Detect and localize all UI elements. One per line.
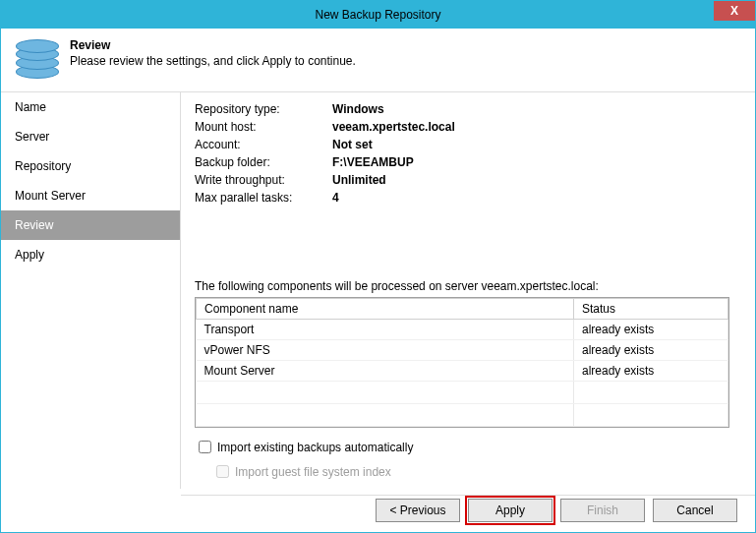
summary-value: veeam.xpertstec.local — [332, 120, 455, 134]
summary-label: Account: — [195, 138, 332, 151]
nav-item-review[interactable]: Review — [1, 210, 180, 240]
cell-status: already exists — [574, 340, 728, 361]
col-component-name[interactable]: Component name — [197, 299, 574, 320]
cell-status: already exists — [574, 361, 728, 382]
components-table: Component name Status Transportalready e… — [195, 297, 729, 428]
summary-value: Windows — [332, 102, 384, 116]
page-subtitle: Please review the settings, and click Ap… — [70, 54, 356, 68]
nav-item-apply[interactable]: Apply — [1, 240, 180, 269]
components-intro: The following components will be process… — [195, 279, 729, 293]
summary-label: Max parallel tasks: — [195, 191, 332, 205]
summary-label: Repository type: — [195, 102, 332, 116]
nav-item-name[interactable]: Name — [1, 92, 180, 122]
summary-value: Unlimited — [332, 173, 386, 187]
col-status[interactable]: Status — [574, 299, 728, 320]
apply-button[interactable]: Apply — [468, 499, 552, 522]
import-index-checkbox — [216, 465, 229, 478]
wizard-header: Review Please review the settings, and c… — [1, 29, 755, 92]
import-index-option: Import guest file system index — [212, 462, 729, 481]
cell-status: already exists — [574, 320, 728, 340]
wizard-nav: Name Server Repository Mount Server Revi… — [1, 92, 181, 489]
window-title: New Backup Repository — [315, 8, 440, 22]
repository-icon — [13, 36, 60, 84]
table-row: Mount Serveralready exists — [197, 361, 728, 382]
finish-button: Finish — [560, 499, 645, 522]
table-row — [197, 382, 728, 404]
nav-item-repository[interactable]: Repository — [1, 151, 180, 181]
summary-label: Backup folder: — [195, 155, 332, 169]
cancel-button[interactable]: Cancel — [653, 499, 737, 522]
import-backups-checkbox[interactable] — [199, 441, 211, 453]
nav-item-mount-server[interactable]: Mount Server — [1, 181, 180, 210]
nav-item-server[interactable]: Server — [1, 122, 180, 151]
table-row: Transportalready exists — [197, 320, 728, 340]
cell-name: vPower NFS — [197, 340, 574, 361]
table-row: vPower NFSalready exists — [197, 340, 728, 361]
close-icon: X — [730, 4, 738, 18]
cell-name: Transport — [197, 320, 574, 340]
main-panel: Repository type:Windows Mount host:veeam… — [181, 92, 755, 489]
summary-value: F:\VEEAMBUP — [332, 155, 414, 169]
import-backups-option[interactable]: Import existing backups automatically — [195, 438, 729, 456]
titlebar: New Backup Repository X — [1, 1, 755, 29]
previous-button[interactable]: < Previous — [376, 499, 460, 522]
summary-label: Write throughput: — [195, 173, 332, 187]
summary-value: 4 — [332, 191, 339, 205]
wizard-footer: < Previous Apply Finish Cancel — [1, 489, 755, 532]
close-button[interactable]: X — [714, 1, 755, 21]
summary-value: Not set — [332, 138, 373, 151]
page-title: Review — [70, 38, 356, 52]
import-index-label: Import guest file system index — [235, 465, 391, 479]
table-row — [197, 404, 728, 427]
cell-name: Mount Server — [197, 361, 574, 382]
import-backups-label: Import existing backups automatically — [217, 441, 413, 454]
summary-label: Mount host: — [195, 120, 332, 134]
dialog-window: New Backup Repository X Review Please re… — [0, 0, 756, 533]
